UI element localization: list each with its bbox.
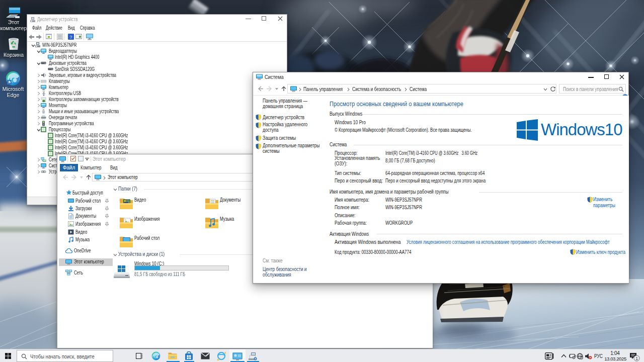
- svg-text:?: ?: [69, 35, 72, 40]
- svg-text:1: 1: [635, 356, 638, 361]
